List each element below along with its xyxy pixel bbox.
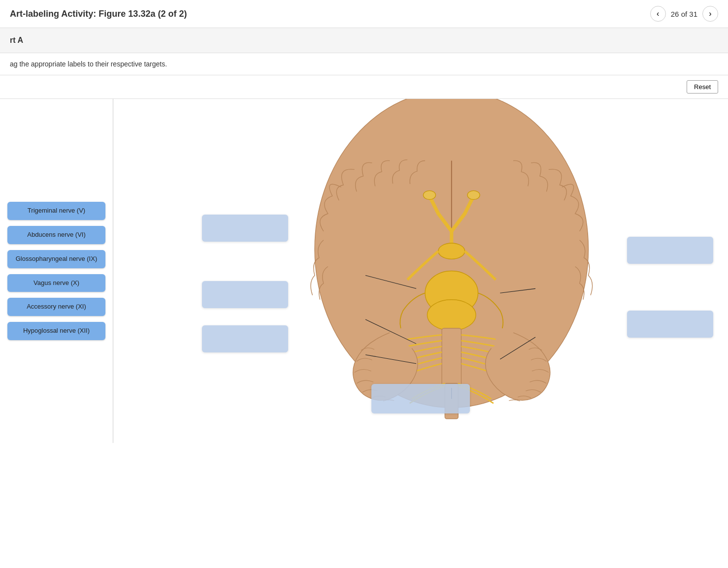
part-label: rt A xyxy=(10,36,23,44)
drop-box-bottom-center[interactable] xyxy=(371,384,470,413)
section-header: rt A xyxy=(0,28,728,53)
drop-box-left-mid[interactable] xyxy=(202,281,288,308)
diagram-area xyxy=(113,99,728,443)
drop-box-right-bot[interactable] xyxy=(627,311,713,338)
prev-button[interactable]: ‹ xyxy=(650,6,666,22)
svg-point-3 xyxy=(427,300,476,331)
svg-point-5 xyxy=(467,190,480,199)
drop-box-right-top[interactable] xyxy=(627,237,713,264)
drop-box-left-top[interactable] xyxy=(202,215,288,242)
svg-point-6 xyxy=(438,243,465,259)
page-count: 26 of 31 xyxy=(671,10,697,18)
nav-controls: ‹ 26 of 31 › xyxy=(650,6,718,22)
label-panel: Trigeminal nerve (V)Abducens nerve (VI)G… xyxy=(0,99,113,443)
page-title: Art-labeling Activity: Figure 13.32a (2 … xyxy=(10,9,187,19)
page-header: Art-labeling Activity: Figure 13.32a (2 … xyxy=(0,0,728,28)
chip-hypoglossal[interactable]: Hypoglossal nerve (XII) xyxy=(7,322,105,340)
chip-abducens[interactable]: Abducens nerve (VI) xyxy=(7,226,105,244)
svg-point-4 xyxy=(423,190,435,199)
main-content: Trigeminal nerve (V)Abducens nerve (VI)G… xyxy=(0,98,728,443)
toolbar: Reset xyxy=(0,75,728,98)
reset-button[interactable]: Reset xyxy=(687,80,718,94)
instructions-text: ag the appropriate labels to their respe… xyxy=(10,60,167,68)
svg-rect-7 xyxy=(442,328,461,386)
drop-box-left-bot[interactable] xyxy=(202,325,288,352)
chip-vagus[interactable]: Vagus nerve (X) xyxy=(7,274,105,292)
chip-accessory[interactable]: Accessory nerve (XI) xyxy=(7,298,105,316)
instructions: ag the appropriate labels to their respe… xyxy=(0,53,728,75)
next-button[interactable]: › xyxy=(702,6,718,22)
chip-trigeminal[interactable]: Trigeminal nerve (V) xyxy=(7,202,105,220)
chip-glossopharyngeal[interactable]: Glossopharyngeal nerve (IX) xyxy=(7,250,105,268)
